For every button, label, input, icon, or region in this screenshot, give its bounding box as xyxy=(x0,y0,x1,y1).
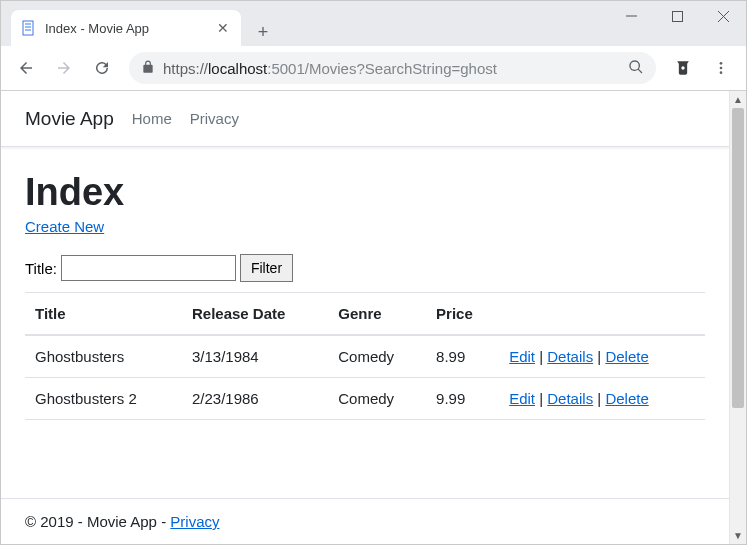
footer-text: © 2019 - Movie App - xyxy=(25,513,170,530)
create-new-link[interactable]: Create New xyxy=(25,218,104,235)
details-link[interactable]: Details xyxy=(547,348,593,365)
forward-button[interactable] xyxy=(47,51,81,85)
site-footer: © 2019 - Movie App - Privacy xyxy=(1,498,729,544)
details-link[interactable]: Details xyxy=(547,390,593,407)
col-title: Title xyxy=(25,293,182,336)
account-icon[interactable] xyxy=(666,51,700,85)
cell-release: 3/13/1984 xyxy=(182,335,328,378)
browser-tab[interactable]: Index - Movie App ✕ xyxy=(11,10,241,46)
maximize-button[interactable] xyxy=(654,1,700,31)
menu-icon[interactable] xyxy=(704,51,738,85)
cell-genre: Comedy xyxy=(328,335,426,378)
browser-toolbar: https://localhost:5001/Movies?SearchStri… xyxy=(1,46,746,91)
tab-strip: Index - Movie App ✕ + xyxy=(1,1,277,46)
edit-link[interactable]: Edit xyxy=(509,348,535,365)
svg-point-10 xyxy=(720,71,723,74)
cell-price: 8.99 xyxy=(426,335,499,378)
delete-link[interactable]: Delete xyxy=(605,390,648,407)
scroll-thumb[interactable] xyxy=(732,108,744,408)
table-row: Ghostbusters 2 2/23/1986 Comedy 9.99 Edi… xyxy=(25,378,705,420)
svg-point-9 xyxy=(720,67,723,70)
tab-title: Index - Movie App xyxy=(45,21,215,36)
movies-table: Title Release Date Genre Price Ghostbust… xyxy=(25,292,705,420)
filter-form: Title: Filter xyxy=(25,254,705,282)
close-window-button[interactable] xyxy=(700,1,746,31)
search-icon[interactable] xyxy=(628,59,644,78)
table-row: Ghostbusters 3/13/1984 Comedy 8.99 Edit … xyxy=(25,335,705,378)
back-button[interactable] xyxy=(9,51,43,85)
filter-label: Title: xyxy=(25,260,57,277)
new-tab-button[interactable]: + xyxy=(249,18,277,46)
col-actions xyxy=(499,293,705,336)
site-header: Movie App Home Privacy xyxy=(1,91,729,147)
nav-home[interactable]: Home xyxy=(132,110,172,127)
viewport: Movie App Home Privacy Index Create New … xyxy=(1,91,746,544)
address-bar[interactable]: https://localhost:5001/Movies?SearchStri… xyxy=(129,52,656,84)
cell-actions: Edit | Details | Delete xyxy=(499,378,705,420)
nav-privacy[interactable]: Privacy xyxy=(190,110,239,127)
cell-release: 2/23/1986 xyxy=(182,378,328,420)
url-text: https://localhost:5001/Movies?SearchStri… xyxy=(163,60,620,77)
delete-link[interactable]: Delete xyxy=(605,348,648,365)
filter-button[interactable]: Filter xyxy=(240,254,293,282)
reload-button[interactable] xyxy=(85,51,119,85)
scroll-up-icon[interactable]: ▲ xyxy=(730,91,746,108)
col-genre: Genre xyxy=(328,293,426,336)
page-title: Index xyxy=(25,171,705,214)
browser-titlebar: Index - Movie App ✕ + xyxy=(1,1,746,46)
vertical-scrollbar[interactable]: ▲ ▼ xyxy=(729,91,746,544)
browser-window: Index - Movie App ✕ + xyxy=(0,0,747,545)
cell-title: Ghostbusters xyxy=(25,335,182,378)
svg-rect-0 xyxy=(23,21,33,35)
lock-icon xyxy=(141,60,155,77)
scroll-down-icon[interactable]: ▼ xyxy=(730,527,746,544)
minimize-button[interactable] xyxy=(608,1,654,31)
edit-link[interactable]: Edit xyxy=(509,390,535,407)
svg-rect-5 xyxy=(672,11,682,21)
cell-title: Ghostbusters 2 xyxy=(25,378,182,420)
tab-close-icon[interactable]: ✕ xyxy=(215,20,231,36)
col-release: Release Date xyxy=(182,293,328,336)
cell-price: 9.99 xyxy=(426,378,499,420)
cell-genre: Comedy xyxy=(328,378,426,420)
title-input[interactable] xyxy=(61,255,236,281)
col-price: Price xyxy=(426,293,499,336)
page-body: Index Create New Title: Filter Title Rel… xyxy=(1,147,729,480)
cell-actions: Edit | Details | Delete xyxy=(499,335,705,378)
page-content: Movie App Home Privacy Index Create New … xyxy=(1,91,729,544)
favicon-icon xyxy=(21,20,37,36)
brand[interactable]: Movie App xyxy=(25,108,114,130)
window-controls xyxy=(608,1,746,31)
svg-point-8 xyxy=(720,62,723,65)
footer-privacy-link[interactable]: Privacy xyxy=(170,513,219,530)
